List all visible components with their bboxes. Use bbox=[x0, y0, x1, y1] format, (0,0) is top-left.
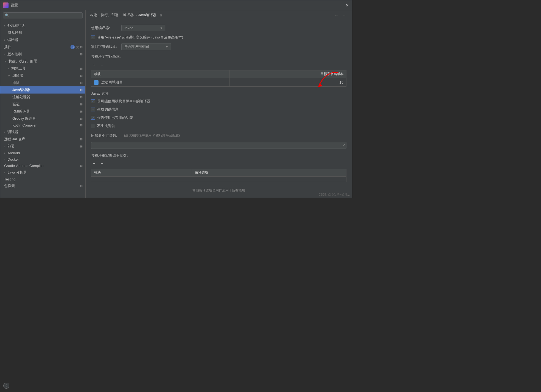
sidebar-item-label: 包搜索 bbox=[4, 183, 15, 188]
close-button[interactable]: ✕ bbox=[345, 3, 349, 7]
sidebar: 🔍 › 外观和行为 键盘映射 bbox=[0, 10, 86, 198]
arrow-icon: › bbox=[4, 152, 5, 155]
settings-icon: ⊞ bbox=[80, 67, 83, 70]
additional-input-wrap[interactable]: ⤢ bbox=[91, 142, 346, 149]
sidebar-item-editor[interactable]: › 编辑器 bbox=[0, 36, 85, 43]
sidebar-item-appearance[interactable]: › 外观和行为 bbox=[0, 22, 85, 29]
javac-checkbox-1[interactable] bbox=[91, 108, 95, 111]
sidebar-item-groovy[interactable]: Groovy 编译器 ⊞ bbox=[0, 115, 85, 122]
plugin-badge: 3 bbox=[70, 45, 75, 49]
sidebar-item-label: Java 分析器 bbox=[7, 170, 27, 175]
settings-icon: ⊞ bbox=[80, 184, 83, 188]
search-bar: 🔍 bbox=[0, 10, 85, 21]
settings-icon: ⊞ bbox=[80, 74, 83, 78]
sidebar-item-label: 键盘映射 bbox=[8, 30, 22, 35]
bytecode-dropdown-icon: ▼ bbox=[165, 45, 168, 48]
sidebar-item-gradle-android[interactable]: Gradle-Android Compiler ⊞ bbox=[0, 163, 85, 169]
javac-checkbox-3[interactable] bbox=[91, 124, 95, 128]
nav-forward-button[interactable]: → bbox=[341, 12, 348, 18]
nav-back-button[interactable]: ← bbox=[333, 12, 340, 18]
add-module-button[interactable]: + bbox=[91, 62, 97, 68]
sidebar-item-plugins[interactable]: 插件 3 文 ⊞ bbox=[0, 43, 85, 51]
arrow-icon: › bbox=[4, 24, 5, 27]
sidebar-item-label: 验证 bbox=[12, 102, 20, 107]
breadcrumb-build: 构建、执行、部署 bbox=[90, 13, 119, 18]
sidebar-item-label: 构建工具 bbox=[11, 66, 26, 71]
breadcrumb-java-compiler: Java编译器 bbox=[138, 13, 157, 18]
sidebar-item-annotation[interactable]: 注解处理器 ⊞ bbox=[0, 94, 85, 101]
sidebar-item-validation[interactable]: 验证 ⊞ bbox=[0, 101, 85, 108]
javac-checkbox-0[interactable] bbox=[91, 99, 95, 103]
breadcrumb-sep-1: › bbox=[120, 13, 121, 17]
settings-icon: ⊞ bbox=[80, 124, 83, 127]
additional-params-row: 附加命令行参数: (建议在路径中使用 '/' 进行跨平台配置) bbox=[91, 132, 346, 138]
breadcrumb-icon: ⊞ bbox=[160, 13, 163, 17]
override-col-module: 模块 bbox=[91, 169, 192, 177]
settings-icon: ⊞ bbox=[80, 145, 83, 148]
breadcrumb-sep-2: › bbox=[135, 13, 136, 17]
module-cell: 运动商城项目 bbox=[91, 78, 230, 87]
compiler-value: Javac bbox=[124, 26, 158, 30]
settings-icon: ⊞ bbox=[80, 95, 83, 99]
sidebar-item-rmi[interactable]: RMI编译器 ⊞ bbox=[0, 108, 85, 115]
module-bytecode-header: 按模块字节码版本: bbox=[91, 54, 346, 59]
remove-module-button[interactable]: − bbox=[99, 62, 105, 68]
bytecode-select[interactable]: 与语言级别相同 ▼ bbox=[121, 43, 171, 50]
sidebar-item-label: Docker bbox=[7, 157, 19, 161]
sidebar-item-deploy[interactable]: › 部署 ⊞ bbox=[0, 143, 85, 150]
bytecode-value: 与语言级别相同 bbox=[124, 44, 163, 49]
javac-label-2: 报告使用已弃用的功能 bbox=[97, 115, 133, 120]
search-input-wrap[interactable]: 🔍 bbox=[3, 12, 83, 18]
sidebar-item-debugger[interactable]: › 调试器 bbox=[0, 128, 85, 136]
additional-input-row: ⤢ bbox=[91, 142, 346, 149]
target-cell: 15 bbox=[230, 78, 346, 87]
sidebar-item-label: Java编译器 bbox=[12, 87, 31, 92]
sidebar-item-exclude[interactable]: 排除 ⊞ bbox=[0, 79, 85, 86]
sidebar-item-label: Groovy 编译器 bbox=[12, 116, 36, 121]
sidebar-item-vcs[interactable]: › 版本控制 ⊞ bbox=[0, 51, 85, 58]
sidebar-item-build-tools[interactable]: › 构建工具 ⊞ bbox=[0, 65, 85, 72]
col-target-header: 目标字节码版本 bbox=[230, 70, 346, 78]
cross-compile-checkbox[interactable] bbox=[91, 35, 95, 39]
sidebar-item-keymap[interactable]: 键盘映射 bbox=[0, 29, 85, 36]
sidebar-item-java-analysis[interactable]: › Java 分析器 bbox=[0, 169, 85, 176]
compiler-select[interactable]: Javac ▼ bbox=[121, 25, 165, 31]
compiler-dropdown-icon: ▼ bbox=[160, 26, 163, 30]
additional-hint: (建议在路径中使用 '/' 进行跨平台配置) bbox=[124, 133, 180, 138]
sidebar-item-docker[interactable]: › Docker bbox=[0, 156, 85, 163]
module-table: 模块 目标字节码版本 运动商城项目 15 bbox=[91, 70, 346, 87]
sidebar-item-label: Kotlin Compiler bbox=[12, 123, 37, 127]
remove-override-button[interactable]: − bbox=[99, 161, 105, 166]
module-table-toolbar: + − bbox=[91, 62, 346, 68]
breadcrumb-compiler: 编译器 bbox=[123, 13, 134, 18]
sidebar-item-android[interactable]: › Android bbox=[0, 150, 85, 156]
search-icon: 🔍 bbox=[5, 13, 9, 17]
add-override-button[interactable]: + bbox=[91, 161, 97, 166]
javac-option-1: 生成调试信息 bbox=[91, 107, 346, 112]
additional-input[interactable] bbox=[94, 143, 337, 147]
table-row[interactable]: 运动商城项目 15 bbox=[91, 78, 346, 87]
sidebar-item-compiler[interactable]: ∨ 编译器 ⊞ bbox=[0, 72, 85, 79]
sidebar-item-label: 远程 Jar 仓库 bbox=[4, 137, 25, 142]
settings-icon: ⊞ bbox=[80, 138, 83, 141]
module-folder-icon bbox=[94, 80, 99, 85]
sidebar-item-remote-jar[interactable]: 远程 Jar 仓库 ⊞ bbox=[0, 136, 85, 143]
arrow-icon: › bbox=[8, 67, 9, 70]
search-input[interactable] bbox=[10, 13, 81, 17]
sidebar-item-label: 版本控制 bbox=[7, 52, 22, 57]
sidebar-item-build[interactable]: ∨ 构建、执行、部署 bbox=[0, 58, 85, 65]
sidebar-item-java-compiler[interactable]: Java编译器 ⊞ bbox=[0, 86, 85, 94]
javac-label-1: 生成调试信息 bbox=[97, 107, 119, 112]
javac-section-title: Javac 选项 bbox=[91, 91, 346, 96]
settings-panel: 使用编译器: Javac ▼ 使用 '--release' 选项进行交叉编译 (… bbox=[86, 20, 352, 198]
sidebar-item-kotlin[interactable]: Kotlin Compiler ⊞ bbox=[0, 122, 85, 128]
sidebar-item-label: 外观和行为 bbox=[7, 23, 25, 28]
arrow-icon: › bbox=[4, 131, 5, 134]
javac-checkbox-2[interactable] bbox=[91, 116, 95, 120]
cross-compile-label: 使用 '--release' 选项进行交叉编译 (Java 9 及更高版本) bbox=[97, 35, 183, 40]
sidebar-item-testing[interactable]: Testing bbox=[0, 176, 85, 182]
translate-icon: 文 bbox=[76, 45, 79, 49]
breadcrumb-bar: 构建、执行、部署 › 编译器 › Java编译器 ⊞ ← → bbox=[86, 10, 352, 20]
title-bar: 设置 ✕ bbox=[0, 0, 352, 10]
sidebar-item-package-search[interactable]: 包搜索 ⊞ bbox=[0, 182, 85, 190]
